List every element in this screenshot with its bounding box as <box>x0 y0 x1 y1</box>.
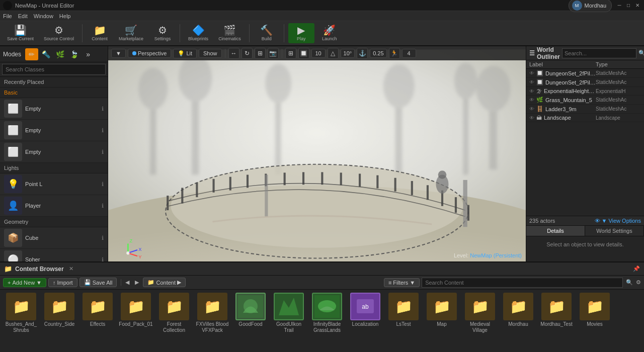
outliner-row-ladder[interactable]: 👁 🪜 Ladder3_9m StaticMeshAc <box>526 105 644 114</box>
placement-item-player[interactable]: 👤 Player ℹ <box>0 195 108 217</box>
launch-icon: 🚀 <box>323 25 336 35</box>
folder-mordhau[interactable]: 📁 Mordhau <box>501 293 535 352</box>
content-browser-pin[interactable]: 📌 <box>633 266 640 272</box>
folder-goodfood[interactable]: GoodFood <box>233 293 268 352</box>
folder-localization[interactable]: ab Localization <box>348 293 382 352</box>
scale-snap[interactable]: ⚓ <box>357 48 368 59</box>
outliner-row-grass[interactable]: 👁 🌿 Grass_Mountain_5 StaticMeshAc <box>526 96 644 105</box>
launch-button[interactable]: 🚀 Launch <box>316 23 343 43</box>
scene-view[interactable]: X Y Z <box>108 46 526 261</box>
maximize-button[interactable]: □ <box>625 2 632 9</box>
category-geometry[interactable]: Geometry <box>0 217 108 227</box>
outliner-search-icon[interactable]: 🔍 <box>638 50 644 56</box>
menu-window[interactable]: Window <box>34 13 53 19</box>
grid-button[interactable]: ⊞ <box>285 48 296 59</box>
save-all-button[interactable]: 💾 Save All <box>79 278 117 287</box>
angle-snap[interactable]: △ <box>328 48 339 59</box>
filters-button[interactable]: ≡ Filters ▼ <box>384 278 420 287</box>
placement-item-cube[interactable]: 📦 Cube ℹ <box>0 227 108 249</box>
save-current-button[interactable]: 💾 Save Current <box>3 23 38 43</box>
show-button[interactable]: Show <box>199 49 222 58</box>
snap-button[interactable]: 🔲 <box>298 48 309 59</box>
perspective-button[interactable]: Perspective <box>128 49 171 58</box>
search-classes-input[interactable] <box>2 64 106 75</box>
folder-country-label: Country_Side <box>44 321 75 327</box>
mode-light[interactable]: 🔦 <box>39 48 52 60</box>
menu-file[interactable]: File <box>3 13 12 19</box>
marketplace-button[interactable]: 🛒 Marketplace <box>115 23 147 43</box>
placement-item-sphere[interactable]: ⚪ Spher ℹ <box>0 249 108 261</box>
camera-button[interactable]: 📷 <box>268 48 279 59</box>
folder-mordhau-test[interactable]: 📁 Mordhau_Test <box>539 293 574 352</box>
viewport-dropdown[interactable]: ▼ <box>111 49 126 58</box>
folder-fxvilles[interactable]: 📁 FXVilles Blood VFXPack <box>195 293 229 352</box>
svg-text:X: X <box>138 247 142 252</box>
nav-back-button[interactable]: ◀ <box>123 278 131 286</box>
outliner-row-dungeon2[interactable]: 👁 🔲 DungeonSet_2fPillar2 StaticMeshAc <box>526 78 644 87</box>
folder-infinityblade[interactable]: InfinityBlade GrassLands <box>310 293 344 352</box>
folder-movies-thumb: 📁 <box>580 293 610 320</box>
mode-foliage[interactable]: 🌿 <box>53 48 66 60</box>
folder-goodulkon[interactable]: GoodUlkon Trail <box>272 293 306 352</box>
content-search-input[interactable] <box>422 278 623 288</box>
folder-lstest[interactable]: 📁 LsTest <box>386 293 421 352</box>
content-options-icon[interactable]: ⚙ <box>636 279 641 286</box>
lit-button[interactable]: 💡 Lit <box>173 49 197 58</box>
add-new-button[interactable]: + Add New ▼ <box>3 278 46 287</box>
content-search-icon[interactable]: 🔍 <box>626 279 633 286</box>
placement-item-empty-1[interactable]: ⬜ Empty ℹ <box>0 98 108 120</box>
source-control-button[interactable]: ⚙ Source Control <box>40 23 78 43</box>
category-lights[interactable]: Lights <box>0 163 108 173</box>
blueprints-button[interactable]: 🔷 Blueprints <box>184 23 212 43</box>
svg-rect-20 <box>213 179 215 193</box>
folder-map[interactable]: 📁 Map <box>425 293 459 352</box>
import-button[interactable]: ↑ Import <box>48 278 77 287</box>
sphere-label: Spher <box>25 256 99 261</box>
folder-effects[interactable]: 📁 Effects <box>80 293 115 352</box>
rotate-button[interactable]: ↻ <box>242 48 253 59</box>
menu-help[interactable]: Help <box>59 13 71 19</box>
viewport[interactable]: ▼ Perspective 💡 Lit Show ↔ ↻ ⊞ 📷 ⊞ 🔲 10 … <box>108 46 526 261</box>
mode-pencil[interactable]: ✏ <box>25 48 38 60</box>
view-options-button[interactable]: 👁 ▼ View Options <box>595 218 641 224</box>
nav-forward-button[interactable]: ▶ <box>133 278 141 286</box>
mode-expand[interactable]: » <box>82 48 95 60</box>
placement-item-empty-2[interactable]: ⬜ Empty ℹ <box>0 120 108 141</box>
outliner-row-dungeon1[interactable]: 👁 🔲 DungeonSet_2fPillar StaticMeshAc <box>526 69 644 78</box>
menu-edit[interactable]: Edit <box>18 13 28 19</box>
cinematics-button[interactable]: 🎬 Cinematics <box>214 23 245 43</box>
minimize-button[interactable]: ─ <box>616 2 623 9</box>
folder-food[interactable]: 📁 Food_Pack_01 <box>119 293 153 352</box>
category-basic[interactable]: Basic <box>0 87 108 98</box>
placement-item-pointlight[interactable]: 💡 Point L ℹ <box>0 173 108 195</box>
world-outliner-title: ☰ World Outliner <box>529 46 560 60</box>
outliner-row-fog[interactable]: 👁 🌫 ExponentialHeightFog ExponentialH <box>526 87 644 96</box>
scale-button[interactable]: ⊞ <box>255 48 266 59</box>
filters-chevron: ▼ <box>410 280 415 286</box>
world-settings-tab[interactable]: World Settings <box>585 226 644 236</box>
folder-forest[interactable]: 📁 Forest Collection <box>157 293 191 352</box>
settings-button[interactable]: ⚙ Settings <box>149 23 176 43</box>
svg-rect-37 <box>463 180 467 227</box>
close-button[interactable]: ✕ <box>634 2 641 9</box>
folder-medieval[interactable]: 📁 Medieval Village <box>463 293 497 352</box>
speed-button[interactable]: 🏃 <box>389 48 400 59</box>
level-link[interactable]: NewMap (Persistent) <box>470 252 522 258</box>
play-button[interactable]: ▶ Play <box>288 23 314 43</box>
grass-type: StaticMeshAc <box>596 97 641 103</box>
placement-item-empty-3[interactable]: ⬜ Empty ℹ <box>0 141 108 163</box>
content-browser-tab-close[interactable]: ✕ <box>69 266 73 272</box>
window-controls[interactable]: ─ □ ✕ <box>616 2 641 9</box>
translate-button[interactable]: ↔ <box>228 48 239 59</box>
content-path-button[interactable]: 📁 Content ▶ <box>143 278 186 287</box>
outliner-search-input[interactable] <box>562 48 636 58</box>
category-recently-placed[interactable]: Recently Placed <box>0 77 108 87</box>
build-button[interactable]: 🔨 Build <box>254 23 280 43</box>
folder-country[interactable]: 📁 Country_Side <box>42 293 76 352</box>
outliner-row-landscape[interactable]: 👁 🏔 Landscape Landscape <box>526 114 644 122</box>
content-button[interactable]: 📁 Content <box>87 23 113 43</box>
details-tab[interactable]: Details <box>526 226 585 236</box>
mode-paint[interactable]: 🍃 <box>67 48 80 60</box>
folder-movies[interactable]: 📁 Movies <box>578 293 612 352</box>
folder-bushes[interactable]: 📁 Bushes_And_Shrubs <box>4 293 38 352</box>
